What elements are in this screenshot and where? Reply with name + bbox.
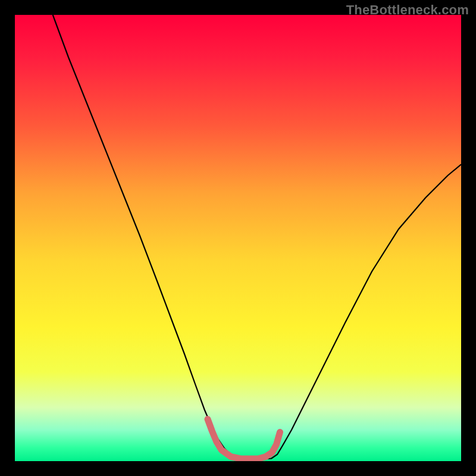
chart-svg: [15, 15, 461, 461]
chart-frame: TheBottleneck.com: [0, 0, 476, 476]
plot-area: [15, 15, 461, 461]
gradient-background: [15, 15, 461, 461]
